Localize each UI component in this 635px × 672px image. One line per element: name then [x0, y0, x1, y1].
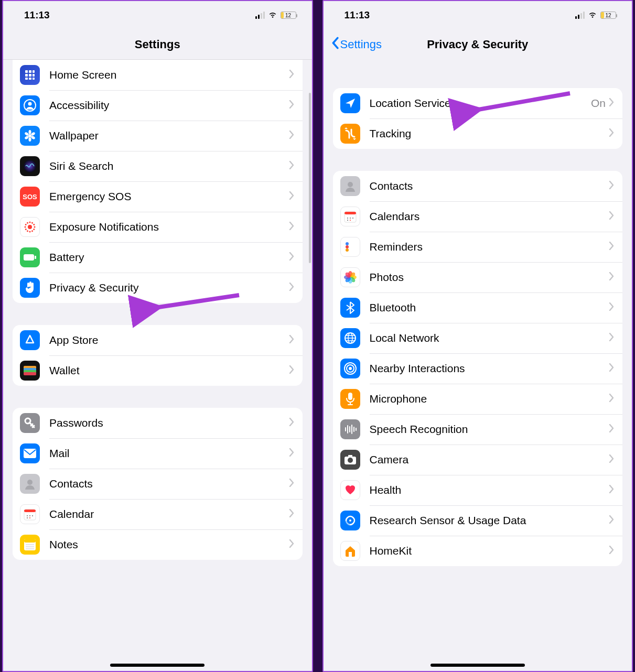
battery-icon: 12	[281, 12, 296, 19]
row-camera[interactable]: Camera	[333, 445, 623, 475]
settings-group: Location Services On Tracking	[333, 88, 623, 149]
row-location[interactable]: Location Services On	[333, 88, 623, 118]
chevron-right-icon	[609, 211, 614, 222]
chevron-right-icon	[609, 302, 614, 313]
row-privacy[interactable]: Privacy & Security	[13, 273, 303, 303]
svg-point-60	[352, 218, 353, 219]
nav-bar: Settings Privacy & Security	[324, 29, 632, 60]
wifi-icon	[268, 9, 277, 21]
contacts-icon	[340, 176, 360, 196]
row-label: Contacts	[49, 478, 289, 490]
row-microphone[interactable]: Microphone	[333, 384, 623, 414]
svg-point-55	[348, 182, 353, 187]
row-label: Tracking	[370, 127, 609, 140]
row-passwords[interactable]: Passwords	[13, 408, 303, 438]
row-battery[interactable]: Battery	[13, 242, 303, 273]
row-label: App Store	[49, 334, 289, 346]
row-label: Privacy & Security	[49, 281, 289, 294]
chevron-right-icon	[289, 335, 294, 345]
row-photos[interactable]: Photos	[333, 262, 623, 292]
status-bar: 11:13 12	[3, 1, 312, 29]
sunburst-icon	[20, 217, 40, 237]
row-calendars2[interactable]: Calendars	[333, 201, 623, 232]
row-mail[interactable]: Mail	[13, 438, 303, 469]
row-label: Passwords	[49, 417, 289, 429]
svg-rect-88	[348, 455, 352, 457]
row-label: Exposure Notifications	[49, 221, 289, 233]
person-circle-icon	[20, 95, 40, 115]
chevron-right-icon	[289, 70, 294, 80]
home-icon	[340, 541, 360, 561]
row-label: Speech Recognition	[370, 423, 609, 436]
settings-list[interactable]: Home Screen Accessibility Wallpaper Siri…	[3, 60, 312, 671]
row-value: On	[591, 97, 606, 110]
tracking-icon	[340, 124, 360, 144]
svg-point-44	[27, 515, 28, 516]
mail-icon	[20, 443, 40, 463]
row-nearby[interactable]: Nearby Interactions	[333, 353, 623, 384]
hand-icon	[20, 278, 40, 298]
svg-point-47	[27, 517, 28, 518]
row-label: Notes	[49, 538, 289, 551]
row-home-screen[interactable]: Home Screen	[13, 60, 303, 90]
svg-point-31	[26, 222, 28, 224]
calendar-icon	[340, 207, 360, 226]
row-tracking[interactable]: Tracking	[333, 118, 623, 149]
svg-point-20	[29, 222, 31, 223]
svg-point-61	[347, 220, 348, 221]
row-accessibility[interactable]: Accessibility	[13, 90, 303, 121]
row-label: Health	[370, 484, 609, 496]
row-contacts2[interactable]: Contacts	[333, 171, 623, 201]
settings-group: Home Screen Accessibility Wallpaper Siri…	[13, 60, 303, 303]
health-icon	[340, 480, 360, 500]
row-wallpaper[interactable]: Wallpaper	[13, 121, 303, 151]
row-wallet[interactable]: Wallet	[13, 355, 303, 386]
home-indicator[interactable]	[430, 664, 525, 667]
settings-group: Passwords Mail Contacts Calendar Notes	[13, 408, 303, 560]
chevron-right-icon	[289, 131, 294, 141]
privacy-list[interactable]: Location Services On Tracking Contacts C…	[324, 60, 632, 671]
row-homekit[interactable]: HomeKit	[333, 536, 623, 566]
svg-point-89	[348, 458, 353, 463]
siri-icon	[20, 156, 40, 176]
row-exposure[interactable]: Exposure Notifications	[13, 212, 303, 242]
chevron-right-icon	[609, 242, 614, 252]
row-contacts[interactable]: Contacts	[13, 469, 303, 499]
row-label: Microphone	[370, 393, 609, 405]
svg-point-11	[28, 134, 31, 137]
row-bluetooth[interactable]: Bluetooth	[333, 292, 623, 323]
row-label: Calendar	[49, 508, 289, 521]
row-emergency-sos[interactable]: SOS Emergency SOS	[13, 181, 303, 212]
key-icon	[20, 413, 40, 433]
svg-point-58	[347, 218, 348, 219]
row-label: Wallpaper	[49, 129, 289, 142]
row-local-net[interactable]: Local Network	[333, 323, 623, 353]
chevron-right-icon	[289, 448, 294, 459]
row-siri[interactable]: Siri & Search	[13, 151, 303, 181]
nav-bar: Settings	[3, 29, 312, 60]
row-speech[interactable]: Speech Recognition	[333, 414, 623, 445]
svg-point-12	[29, 130, 31, 134]
home-indicator[interactable]	[110, 664, 205, 667]
phone-privacy: 11:13 12 Settings Privacy & Security Loc…	[322, 0, 633, 672]
chevron-right-icon	[609, 128, 614, 139]
svg-rect-91	[349, 552, 352, 557]
svg-rect-38	[24, 372, 36, 375]
cellular-icon	[255, 12, 265, 19]
row-reminders[interactable]: Reminders	[333, 232, 623, 262]
chevron-right-icon	[609, 515, 614, 526]
back-button[interactable]: Settings	[331, 37, 382, 52]
row-notes[interactable]: Notes	[13, 529, 303, 560]
row-label: Calendars	[370, 210, 609, 223]
row-calendar[interactable]: Calendar	[13, 499, 303, 529]
svg-rect-85	[353, 427, 354, 432]
chevron-right-icon	[609, 454, 614, 465]
globe-icon	[340, 328, 360, 348]
svg-rect-82	[347, 425, 348, 433]
battery-icon: 12	[600, 12, 616, 19]
row-app-store[interactable]: App Store	[13, 325, 303, 355]
row-research[interactable]: Research Sensor & Usage Data	[333, 505, 623, 536]
scrollbar[interactable]	[309, 93, 311, 263]
row-health[interactable]: Health	[333, 475, 623, 505]
svg-rect-3	[25, 74, 28, 77]
